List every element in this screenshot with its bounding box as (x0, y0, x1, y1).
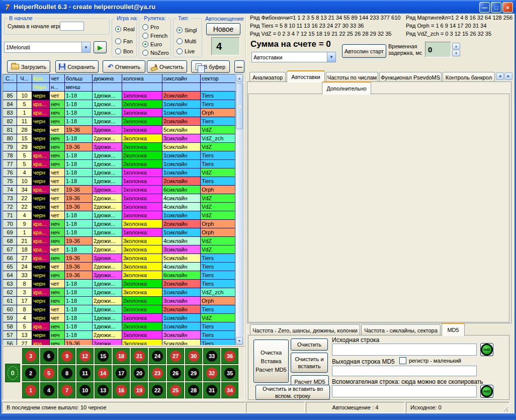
number-29: 29 (188, 368, 199, 379)
board-cell-32[interactable]: 32 (203, 365, 220, 381)
radio-Real[interactable]: Real (115, 26, 135, 33)
radio-Singl[interactable]: Singl (177, 27, 197, 34)
radio-Bon[interactable]: Bon (115, 48, 133, 55)
md5-clear-paste-aux-button[interactable]: Очистить и вставить во вспом. строку (255, 385, 330, 400)
board-cell-5[interactable]: 5 (40, 365, 57, 381)
spinner-down-icon[interactable]: ▼ (452, 50, 460, 56)
tab-bottom-1[interactable]: Частота - Zero, шансы, дюжины, колонки (250, 324, 360, 335)
board-cell-18[interactable]: 18 (113, 348, 130, 364)
tab-main-2[interactable]: Автоставки (287, 70, 325, 82)
resize-grip[interactable] (502, 405, 508, 411)
board-cell-2[interactable]: 2 (22, 365, 39, 381)
tab-scroll-left-icon[interactable]: ◄ (496, 72, 504, 80)
minimize-panel-button[interactable]: — (234, 60, 244, 73)
board-cell-24[interactable]: 24 (149, 348, 166, 364)
history-scrollbar[interactable]: ▲ ▼ (235, 74, 243, 345)
bets-combo[interactable]: Автоставки ▼ (251, 52, 336, 62)
board-cell-36[interactable]: 36 (221, 348, 238, 364)
clean-button[interactable]: Очистить (147, 60, 187, 73)
tab-main-4[interactable]: Функционал PsevdoMS (379, 72, 442, 82)
chevron-down-icon[interactable]: ▼ (327, 52, 335, 62)
play-button[interactable]: ▶ (94, 41, 107, 53)
md5-aux-button[interactable]: МД5 (480, 385, 493, 398)
board-cell-8[interactable]: 8 (58, 365, 75, 381)
board-cell-28[interactable]: 28 (185, 382, 202, 398)
undo-button[interactable]: ↶Отменить (103, 60, 145, 73)
board-cell-6[interactable]: 6 (40, 348, 57, 364)
md5-out-input[interactable] (332, 366, 477, 376)
board-cell-26[interactable]: 26 (167, 365, 184, 381)
cell: 5 (17, 322, 32, 331)
radio-French[interactable]: French (142, 32, 167, 39)
board-cell-7[interactable]: 7 (58, 382, 75, 398)
md5-big-button[interactable]: Очистка Вставка Расчет MD5 (253, 340, 289, 383)
number-26: 26 (170, 368, 181, 379)
new-button[interactable]: Новое (206, 23, 240, 35)
scroll-down-icon[interactable]: ▼ (236, 337, 243, 345)
board-cell-15[interactable]: 15 (95, 348, 112, 364)
spinner-up-icon[interactable]: ▲ (452, 43, 460, 49)
board-cell-35[interactable]: 35 (221, 365, 238, 381)
board-cell-16[interactable]: 16 (113, 382, 130, 398)
board-cell-17[interactable]: 17 (113, 365, 130, 381)
board-cell-19[interactable]: 19 (131, 382, 148, 398)
radio-icon (142, 24, 148, 30)
md5-clear-paste-button[interactable]: Очистить и вставить (291, 353, 328, 373)
radio-label: Euro (150, 41, 162, 47)
board-cell-10[interactable]: 10 (76, 382, 94, 398)
md5-clear-button[interactable]: Очистить (291, 339, 328, 351)
radio-Fan[interactable]: Fan (115, 38, 133, 45)
scroll-up-icon[interactable]: ▲ (236, 74, 243, 82)
folder-open-button[interactable]: Загрузить (7, 60, 50, 73)
md5-source-input[interactable] (332, 344, 477, 356)
start-sum-input[interactable] (60, 22, 84, 31)
maximize-button[interactable]: □ (491, 2, 501, 13)
minimize-button[interactable]: — (479, 2, 490, 13)
radio-Live[interactable]: Live (177, 48, 195, 55)
title-bar[interactable]: 7 HelperRoullet 6.3 - create helperroull… (0, 0, 516, 14)
autospin-start-button[interactable]: Автоспин старт (342, 44, 386, 58)
board-cell-25[interactable]: 25 (167, 382, 184, 398)
board-cell-1[interactable]: 1 (22, 382, 39, 398)
board-cell-20[interactable]: 20 (131, 365, 148, 381)
board-cell-30[interactable]: 30 (185, 348, 202, 364)
tab-bottom-3[interactable]: MD5 (442, 323, 465, 336)
save-button[interactable]: Сохранить (55, 60, 99, 73)
board-cell-4[interactable]: 4 (40, 382, 57, 398)
tab-sub-3[interactable]: Дополнительно (322, 81, 371, 95)
radio-Pro[interactable]: Pro (142, 24, 159, 31)
tab-bottom-2[interactable]: Частота - сиклайны, сектора (361, 324, 441, 335)
md5-source-button[interactable]: МД5 (480, 343, 493, 356)
chevron-down-icon[interactable]: ▼ (81, 42, 90, 52)
radio-NoZero[interactable]: NoZero (142, 49, 169, 56)
tab-main-1[interactable]: Анализатор (249, 72, 286, 82)
board-cell-9[interactable]: 9 (58, 348, 75, 364)
delay-spinner[interactable]: 0 ▲ ▼ (425, 42, 460, 57)
board-cell-13[interactable]: 13 (95, 382, 112, 398)
board-cell-21[interactable]: 21 (131, 348, 148, 364)
tab-main-3[interactable]: Частоты по числам (326, 72, 378, 82)
board-cell-23[interactable]: 23 (149, 365, 166, 381)
tab-scroll-right-icon[interactable]: ► (504, 72, 512, 80)
board-cell-31[interactable]: 31 (203, 382, 220, 398)
copy-button[interactable]: В буфер (191, 60, 230, 73)
board-cell-11[interactable]: 11 (76, 365, 94, 381)
close-button[interactable]: × (502, 2, 513, 13)
board-cell-22[interactable]: 22 (149, 382, 166, 398)
board-cell-14[interactable]: 14 (95, 365, 112, 381)
md5-aux-input[interactable] (332, 385, 477, 397)
board-cell-33[interactable]: 33 (203, 348, 220, 364)
board-cell-0[interactable]: 0 (5, 364, 20, 382)
profile-combo[interactable]: 1Melonati ▼ (4, 42, 91, 53)
board-cell-34[interactable]: 34 (221, 382, 238, 398)
tab-main-5[interactable]: Контроль банкрол (443, 72, 495, 82)
history-scrollbar-thumb[interactable] (236, 83, 243, 129)
radio-Euro[interactable]: Euro (142, 41, 162, 48)
board-cell-12[interactable]: 12 (76, 348, 94, 364)
board-cell-27[interactable]: 27 (167, 348, 184, 364)
register-checkbox[interactable]: регистр - маленький (399, 357, 461, 364)
radio-Multi[interactable]: Multi (177, 38, 196, 45)
header-cell: менш (65, 83, 93, 92)
board-cell-29[interactable]: 29 (185, 365, 202, 381)
board-cell-3[interactable]: 3 (22, 348, 39, 364)
